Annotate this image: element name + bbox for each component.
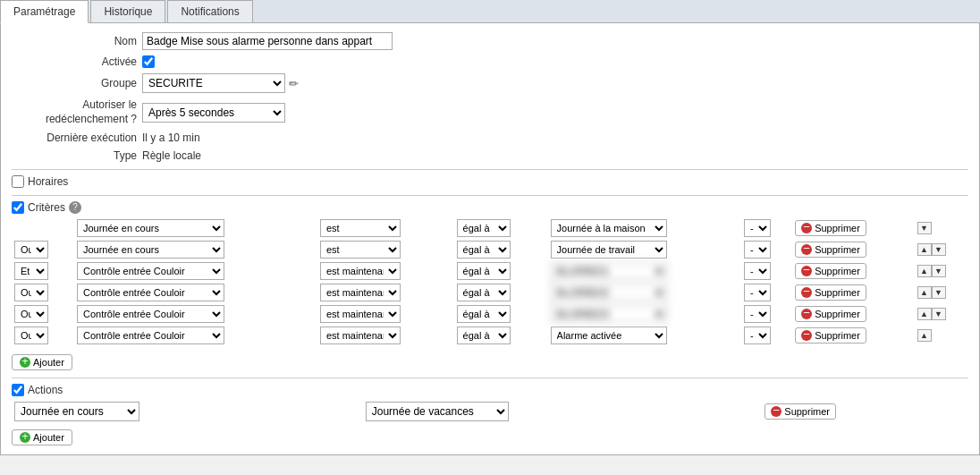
remove-action-button[interactable]: − Supprimer <box>765 403 836 420</box>
operator-select[interactable]: est maintenant <box>320 284 401 301</box>
table-row: Journée en coursestégal àJournée à la ma… <box>12 217 968 239</box>
move-down-button[interactable]: ▼ <box>932 286 946 299</box>
dash-select[interactable]: - <box>744 305 771 323</box>
equality-select[interactable]: égal à <box>457 284 511 301</box>
value-select[interactable]: BLURRED2 <box>551 284 667 301</box>
tab-bar: Paramétrage Historique Notifications <box>0 0 980 23</box>
operator-select[interactable]: est maintenant <box>320 327 401 344</box>
actions-checkbox[interactable] <box>12 384 24 396</box>
groupe-select[interactable]: SECURITE <box>142 73 285 93</box>
table-row: EtContrôle entrée Couloirest maintenanté… <box>12 260 968 282</box>
tab-notifications[interactable]: Notifications <box>167 0 252 22</box>
minus-icon: − <box>801 266 812 276</box>
remove-action-label: Supprimer <box>784 406 830 417</box>
equality-select[interactable]: égal à <box>457 241 511 259</box>
operator-select[interactable]: est maintenant <box>320 305 401 323</box>
action-value-select[interactable]: Journée de vacances <box>366 402 509 421</box>
dash-select[interactable]: - <box>744 284 771 301</box>
remove-criteria-button[interactable]: − Supprimer <box>795 263 866 279</box>
derniere-value: Il y a 10 min <box>142 131 200 144</box>
connector-select[interactable]: Ou <box>14 305 48 323</box>
remove-criteria-button[interactable]: − Supprimer <box>795 306 866 322</box>
type-row: Type Règle locale <box>12 149 968 162</box>
connector-select[interactable]: Ou <box>14 327 48 344</box>
criteria-table: Journée en coursestégal àJournée à la ma… <box>12 217 968 346</box>
field-select[interactable]: Journée en cours <box>77 241 224 259</box>
horaires-checkbox[interactable] <box>12 175 24 188</box>
equality-select[interactable]: égal à <box>457 305 511 323</box>
action-row: Journée en cours Journée de vacances − S… <box>12 400 968 423</box>
autoriser-label: Autoriser le redéclenchement ? <box>12 98 137 126</box>
horaires-section: Horaires <box>12 169 968 188</box>
plus-icon: + <box>20 357 30 368</box>
criteres-help-icon[interactable]: ? <box>69 201 81 214</box>
move-down-button[interactable]: ▼ <box>932 243 946 256</box>
tab-parametrage[interactable]: Paramétrage <box>0 0 89 23</box>
type-label: Type <box>12 149 137 162</box>
field-select[interactable]: Contrôle entrée Couloir <box>77 284 224 301</box>
minus-icon: − <box>801 309 812 319</box>
dash-select[interactable]: - <box>744 219 771 237</box>
value-select[interactable]: BLURRED3 <box>551 305 667 323</box>
autoriser-select[interactable]: Après 5 secondes <box>142 103 285 123</box>
remove-criteria-button[interactable]: − Supprimer <box>795 284 866 301</box>
nom-row: Nom <box>12 32 968 50</box>
help-icon[interactable]: ? <box>131 113 137 125</box>
connector-select[interactable]: Et <box>14 262 48 280</box>
move-up-button[interactable]: ▲ <box>917 243 932 256</box>
value-select[interactable]: Journée à la maison <box>551 219 667 237</box>
criteres-section: Critères ? <box>12 195 968 214</box>
dash-select[interactable]: - <box>744 262 771 280</box>
field-select[interactable]: Contrôle entrée Couloir <box>77 262 224 280</box>
type-value: Règle locale <box>142 149 201 162</box>
dash-select[interactable]: - <box>744 241 771 259</box>
main-content: Nom Activée Groupe SECURITE ✏ Autoriser … <box>0 23 980 455</box>
autoriser-row: Autoriser le redéclenchement ? Après 5 s… <box>12 98 968 126</box>
field-select[interactable]: Journée en cours <box>77 219 224 237</box>
connector-select[interactable]: Ou <box>14 284 48 301</box>
dash-select[interactable]: - <box>744 327 771 344</box>
value-select[interactable]: Journée de travail <box>551 241 667 259</box>
equality-select[interactable]: égal à <box>457 327 511 344</box>
horaires-label: Horaires <box>28 175 68 188</box>
equality-select[interactable]: égal à <box>457 262 511 280</box>
groupe-label: Groupe <box>12 77 137 89</box>
move-down-button[interactable]: ▼ <box>917 222 932 234</box>
derniere-label: Dernière exécution <box>12 131 137 144</box>
equality-select[interactable]: égal à <box>457 219 511 237</box>
move-up-button[interactable]: ▲ <box>917 308 932 320</box>
move-up-button[interactable]: ▲ <box>917 329 932 342</box>
move-up-button[interactable]: ▲ <box>917 286 932 299</box>
move-up-button[interactable]: ▲ <box>917 265 932 277</box>
activee-row: Activée <box>12 55 968 68</box>
field-select[interactable]: Contrôle entrée Couloir <box>77 327 224 344</box>
value-select[interactable]: BLURRED1 <box>551 262 667 280</box>
add-action-button[interactable]: + Ajouter <box>12 429 72 445</box>
activee-checkbox[interactable] <box>142 55 155 68</box>
value-select[interactable]: Alarme activée <box>551 327 667 344</box>
connector-select[interactable]: Ou <box>14 241 48 259</box>
criteres-label: Critères <box>28 201 65 214</box>
nom-input[interactable] <box>142 32 393 50</box>
criteres-checkbox[interactable] <box>12 201 24 214</box>
action-field-select[interactable]: Journée en cours <box>14 402 139 421</box>
nom-label: Nom <box>12 35 137 47</box>
edit-icon[interactable]: ✏ <box>289 77 299 90</box>
add-criteria-button[interactable]: + Ajouter <box>12 354 72 370</box>
field-select[interactable]: Contrôle entrée Couloir <box>77 305 224 323</box>
actions-section: Actions <box>12 377 968 396</box>
derniere-row: Dernière exécution Il y a 10 min <box>12 131 968 144</box>
remove-criteria-button[interactable]: − Supprimer <box>795 242 866 258</box>
operator-select[interactable]: est <box>320 219 401 237</box>
actions-label: Actions <box>28 384 63 396</box>
tab-historique[interactable]: Historique <box>90 0 165 22</box>
operator-select[interactable]: est maintenant <box>320 262 401 280</box>
operator-select[interactable]: est <box>320 241 401 259</box>
add-action-label: Ajouter <box>33 432 64 443</box>
remove-criteria-button[interactable]: − Supprimer <box>795 327 866 344</box>
minus-icon: − <box>801 223 812 233</box>
move-down-button[interactable]: ▼ <box>932 308 946 320</box>
move-down-button[interactable]: ▼ <box>932 265 946 277</box>
remove-criteria-button[interactable]: − Supprimer <box>795 220 866 236</box>
groupe-row: Groupe SECURITE ✏ <box>12 73 968 93</box>
